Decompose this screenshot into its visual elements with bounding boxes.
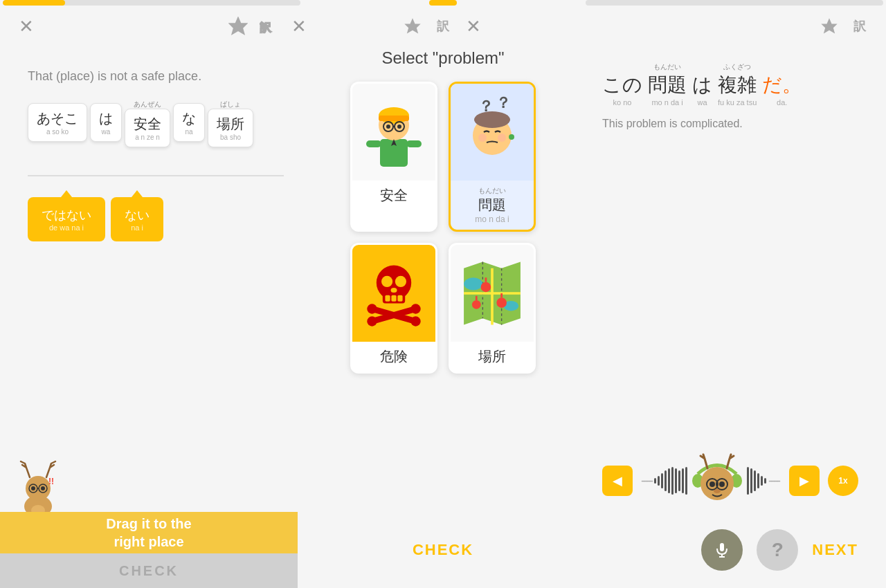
svg-point-35 xyxy=(410,304,420,313)
small-deer-mascot: !! xyxy=(14,458,62,513)
translate-icon-center[interactable]: 訳 xyxy=(431,14,455,39)
word-card-asoko[interactable]: あそこ a so ko xyxy=(28,103,87,142)
card-image-danger xyxy=(352,245,435,342)
jp-word-kono: この ko no xyxy=(602,64,642,107)
word-cards-row: あそこ a so ko は wa あんぜん 安全 a n ze n な na ば… xyxy=(28,98,284,147)
speed-badge[interactable]: 1x xyxy=(828,466,858,496)
main-content: That (place) is not a safe place. あそこ a … xyxy=(0,48,886,512)
svg-rect-15 xyxy=(406,140,422,147)
bottom-bar: Drag it to the right place CHECK CHECK ?… xyxy=(0,512,886,588)
svg-marker-2 xyxy=(404,18,420,33)
translate-icon-left[interactable]: 訳 xyxy=(256,14,281,39)
word-japanese-na: な xyxy=(182,111,196,126)
card-label-safety: 安全 xyxy=(352,181,435,210)
bottom-left-section: Drag it to the right place CHECK xyxy=(0,512,298,588)
close-button-left[interactable]: ✕ xyxy=(14,14,39,39)
audio-waveform: ---- xyxy=(641,463,781,498)
answer-btn-nai[interactable]: ない na i xyxy=(111,197,163,241)
vocab-card-safety[interactable]: 安全 xyxy=(350,82,437,232)
word-romaji-na: na xyxy=(182,128,196,136)
answer-btn-dewanai[interactable]: ではない de wa na i xyxy=(28,197,105,241)
word-card-wa[interactable]: は wa xyxy=(90,103,122,142)
svg-point-38 xyxy=(464,277,482,290)
drag-hint-text: Drag it to the right place xyxy=(106,515,191,551)
card-label-danger: 危険 xyxy=(352,342,435,371)
word-japanese-anzen: 安全 xyxy=(134,116,161,131)
svg-rect-31 xyxy=(397,295,402,302)
close-button-left2[interactable]: ✕ xyxy=(287,14,311,39)
microphone-button[interactable] xyxy=(701,529,743,571)
hint-icon-center[interactable] xyxy=(400,14,425,39)
word-japanese-basho: 場所 xyxy=(217,116,244,131)
progress-bar-right xyxy=(586,0,883,6)
svg-point-11 xyxy=(386,125,390,129)
svg-rect-14 xyxy=(366,140,381,147)
blank-line xyxy=(28,175,284,176)
card-image-place xyxy=(451,245,534,342)
jp-romaji-da: da. xyxy=(777,98,787,107)
vocab-card-problem[interactable]: ？ ？ xyxy=(449,82,536,232)
answer-romaji-dewanai: de wa na i xyxy=(42,223,91,232)
drag-hint-banner: Drag it to the right place xyxy=(0,512,298,553)
svg-rect-29 xyxy=(385,295,390,302)
jp-word-da: だ。 da. xyxy=(762,64,802,107)
jp-romaji-fukuzatsu: fu ku za tsu xyxy=(718,98,757,107)
svg-text:訳: 訳 xyxy=(260,21,271,33)
center-panel: Select "problem" xyxy=(298,48,588,512)
svg-marker-3 xyxy=(821,18,837,33)
word-card-anzen[interactable]: あんぜん 安全 a n ze n xyxy=(125,109,170,147)
progress-bars xyxy=(0,0,886,6)
translate-icon-right[interactable]: 訳 xyxy=(847,14,872,39)
jp-romaji-kono: ko no xyxy=(613,98,632,107)
deer-audio-mascot xyxy=(689,453,745,508)
svg-point-49 xyxy=(709,481,715,487)
audio-next-button[interactable]: ▶ xyxy=(789,466,820,496)
english-sentence: That (place) is not a safe place. xyxy=(28,69,284,84)
svg-point-58 xyxy=(41,486,45,490)
svg-point-19 xyxy=(474,111,510,128)
vocab-cards-grid: 安全 ？ ？ xyxy=(350,82,536,374)
svg-point-34 xyxy=(367,304,377,313)
word-romaji-basho: ba sho xyxy=(217,134,244,141)
word-japanese-wa: は xyxy=(99,111,113,126)
card-image-safety xyxy=(352,84,435,181)
word-ruby-anzen: あんぜん xyxy=(134,100,161,109)
translation-text: This problem is complicated. xyxy=(602,118,858,130)
hint-icon-left[interactable] xyxy=(226,14,251,39)
close-button-center[interactable]: ✕ xyxy=(461,14,486,39)
audio-prev-button[interactable]: ◀ xyxy=(602,466,633,496)
top-toolbar: ✕ 訳 ✕ 訳 ✕ 訳 xyxy=(0,6,886,47)
hint-icon-right[interactable] xyxy=(817,14,842,39)
word-card-na[interactable]: な na xyxy=(173,103,205,142)
svg-point-27 xyxy=(395,276,406,287)
left-panel: That (place) is not a safe place. あそこ a … xyxy=(0,48,298,512)
card-romaji-problem: mo n da i xyxy=(456,214,528,224)
instruction-text: Select "problem" xyxy=(311,48,575,68)
jp-romaji-wa: wa xyxy=(697,98,707,107)
toolbar-center-group: 訳 ✕ xyxy=(311,14,575,39)
check-button-left[interactable]: CHECK xyxy=(0,553,298,588)
word-ruby-basho: ばしょ xyxy=(220,100,241,109)
help-button[interactable]: ? xyxy=(757,529,798,571)
right-panel: この ko no もんだい 問題 mo n da i は wa ふくざつ 複雑 … xyxy=(588,48,886,512)
word-card-basho[interactable]: ばしょ 場所 ba sho xyxy=(208,109,253,147)
jp-word-wa: は wa xyxy=(692,64,712,107)
vocab-card-place[interactable]: 場所 xyxy=(449,243,536,374)
jp-romaji-mondai: mo n da i xyxy=(651,98,682,107)
vocab-card-danger[interactable]: 危険 xyxy=(350,243,437,374)
jp-main-da: だ。 xyxy=(762,72,802,98)
word-romaji-wa: wa xyxy=(99,128,113,136)
svg-point-41 xyxy=(496,297,507,308)
card-ruby-problem: もんだい xyxy=(456,186,528,196)
progress-fill-left xyxy=(3,0,65,6)
svg-text:!!: !! xyxy=(48,477,54,486)
card-japanese-place: 場所 xyxy=(456,347,528,366)
toolbar-left-group: ✕ 訳 ✕ xyxy=(14,14,311,39)
check-button-center[interactable]: CHECK xyxy=(413,541,473,559)
card-label-place: 場所 xyxy=(451,342,534,371)
jp-ruby-fukuzatsu: ふくざつ xyxy=(723,62,751,72)
svg-rect-63 xyxy=(720,543,724,551)
next-button[interactable]: NEXT xyxy=(812,541,858,559)
japanese-sentence: この ko no もんだい 問題 mo n da i は wa ふくざつ 複雑 … xyxy=(602,62,858,107)
svg-point-42 xyxy=(472,300,481,309)
